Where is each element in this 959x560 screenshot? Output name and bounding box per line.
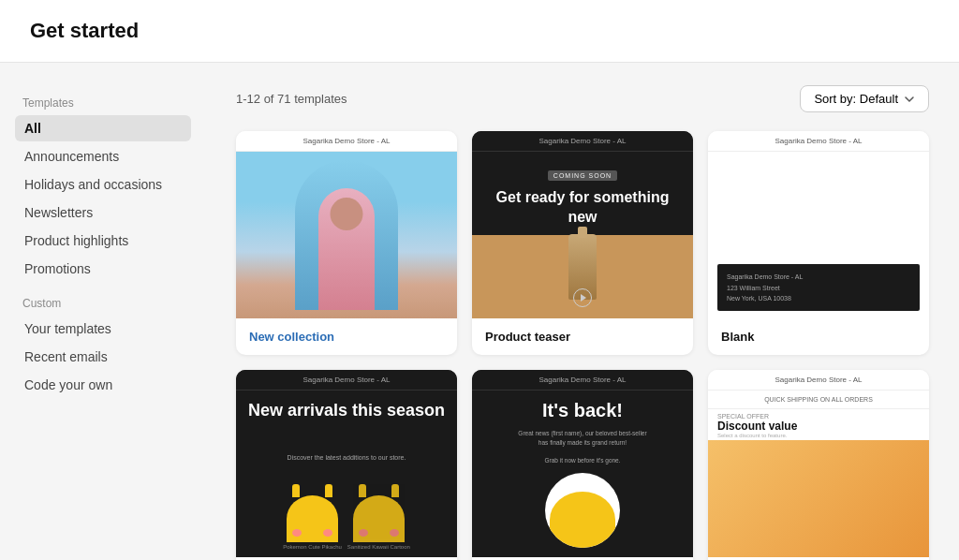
card-preview-new-arrivals: Sagarika Demo Store - AL New arrivals th…: [236, 370, 457, 557]
card-preview-new-collection: Sagarika Demo Store - AL: [236, 131, 457, 318]
sort-button[interactable]: Sort by: Default: [800, 85, 929, 112]
sidebar-item-code-your-own[interactable]: Code your own: [15, 372, 191, 398]
template-card-back-in-stock[interactable]: Sagarika Demo Store - AL It's back! Grea…: [472, 370, 693, 560]
sidebar-item-recent-emails[interactable]: Recent emails: [15, 344, 191, 370]
pikachu-label-2: Sanitized Kawaii Cartoon: [347, 544, 410, 550]
main-content: 1-12 of 71 templates Sort by: Default Sa…: [206, 63, 959, 560]
card-label-new-collection: New collection: [236, 318, 457, 355]
blank-bottom-bar: Sagarika Demo Store - AL123 William Stre…: [717, 264, 920, 311]
back-in-stock-headline: It's back!: [542, 400, 623, 421]
card-preview-upcoming-sale: Sagarika Demo Store - AL QUICK SHIPPING …: [708, 370, 929, 557]
sale-label: SPECIAL OFFER: [717, 413, 920, 420]
sidebar-item-newsletters[interactable]: Newsletters: [15, 199, 191, 226]
page-title: Get started: [30, 19, 929, 43]
sidebar-item-promotions[interactable]: Promotions: [15, 256, 191, 282]
pikachu-body-1: [287, 495, 338, 542]
sale-promo-text: QUICK SHIPPING ON ALL ORDERS: [717, 396, 920, 403]
template-card-blank[interactable]: Sagarika Demo Store - AL Sagarika Demo S…: [708, 131, 929, 355]
blank-store-info: Sagarika Demo Store - AL123 William Stre…: [727, 272, 910, 303]
templates-grid: Sagarika Demo Store - AL New collection: [236, 131, 929, 560]
pikachu-body-2: [353, 495, 405, 542]
card-label-product-teaser: Product teaser: [472, 318, 693, 355]
sort-label: Sort by: Default: [814, 92, 898, 106]
store-bar-back: Sagarika Demo Store - AL: [472, 370, 693, 391]
page-header: Get started: [0, 0, 959, 63]
card-label-blank: Blank: [708, 318, 929, 355]
pikachu-label-1: Pokemon Cute Pikachu: [283, 544, 342, 550]
main-toolbar: 1-12 of 71 templates Sort by: Default: [236, 85, 929, 112]
store-bar-blank: Sagarika Demo Store - AL: [708, 131, 929, 152]
card-preview-back-in-stock: Sagarika Demo Store - AL It's back! Grea…: [472, 370, 693, 557]
template-card-new-collection[interactable]: Sagarika Demo Store - AL New collection: [236, 131, 457, 355]
template-card-product-teaser[interactable]: Sagarika Demo Store - AL COMING SOON Get…: [472, 131, 693, 355]
sale-discount-section: SPECIAL OFFER Discount value Select a di…: [708, 409, 929, 440]
arrivals-subtext: Discover the latest additions to our sto…: [288, 454, 406, 461]
sale-promo-banner: QUICK SHIPPING ON ALL ORDERS: [708, 391, 929, 409]
template-count: 1-12 of 71 templates: [236, 92, 347, 106]
pikachu-in-circle: [550, 492, 615, 548]
template-card-new-arrivals[interactable]: Sagarika Demo Store - AL New arrivals th…: [236, 370, 457, 560]
card-preview-product-teaser: Sagarika Demo Store - AL COMING SOON Get…: [472, 131, 693, 318]
sidebar-templates-label: Templates: [15, 96, 191, 110]
sidebar-item-all[interactable]: All: [15, 115, 191, 141]
pikachu-row: Pokemon Cute Pikachu Sanit: [283, 495, 410, 550]
product-headline: Get ready for something new: [481, 188, 684, 228]
sidebar-item-announcements[interactable]: Announcements: [15, 143, 191, 169]
pikachu-figure-1: Pokemon Cute Pikachu: [283, 495, 342, 550]
main-layout: Templates All Announcements Holidays and…: [0, 63, 959, 560]
arrivals-headline: New arrivals this season: [248, 402, 445, 420]
card-preview-blank: Sagarika Demo Store - AL Sagarika Demo S…: [708, 131, 929, 318]
play-button[interactable]: [573, 288, 592, 307]
store-bar-arrivals: Sagarika Demo Store - AL: [236, 370, 457, 391]
sale-value: Discount value: [717, 420, 920, 433]
store-bar-sale: Sagarika Demo Store - AL: [708, 370, 929, 391]
sidebar-item-your-templates[interactable]: Your templates: [15, 316, 191, 342]
sidebar-custom-label: Custom: [15, 297, 191, 310]
sale-sub: Select a discount to feature.: [717, 433, 920, 438]
sidebar: Templates All Announcements Holidays and…: [0, 63, 206, 560]
store-bar: Sagarika Demo Store - AL: [236, 131, 457, 152]
back-in-stock-subtext: Great news (first name), our beloved bes…: [517, 429, 648, 465]
template-card-upcoming-sale[interactable]: Sagarika Demo Store - AL QUICK SHIPPING …: [708, 370, 929, 560]
pikachu-circle: [545, 473, 620, 548]
coming-soon-tag: COMING SOON: [548, 170, 617, 181]
play-triangle-icon: [581, 294, 586, 302]
sidebar-item-holidays[interactable]: Holidays and occasions: [15, 171, 191, 198]
chevron-icon: [904, 94, 915, 105]
sidebar-item-product-highlights[interactable]: Product highlights: [15, 228, 191, 254]
store-bar-teaser: Sagarika Demo Store - AL: [472, 131, 693, 152]
sale-image-area: [708, 440, 929, 557]
pikachu-figure-2: Sanitized Kawaii Cartoon: [347, 495, 410, 550]
